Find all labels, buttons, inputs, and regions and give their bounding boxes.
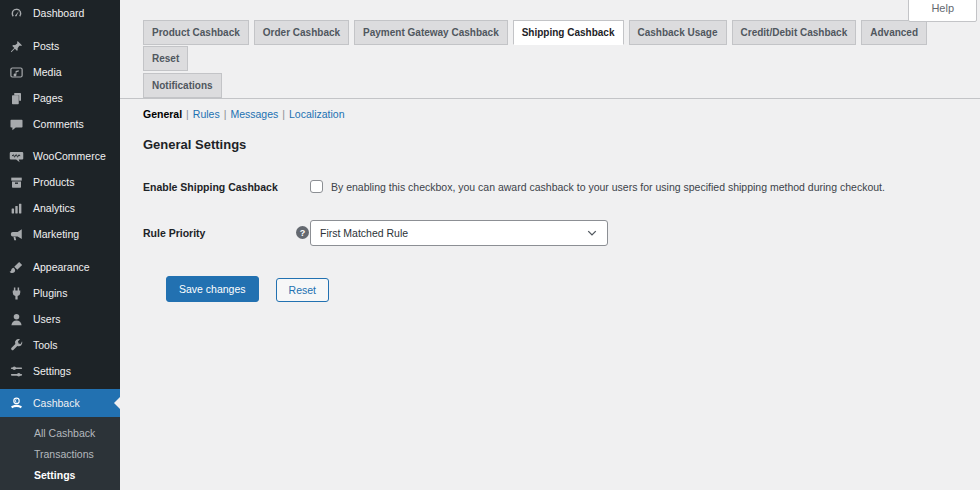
wrench-icon [9, 338, 24, 353]
subnav-separator: | [224, 108, 227, 120]
select-value: First Matched Rule [320, 227, 408, 239]
section-subnav: General|Rules|Messages|Localization [143, 108, 980, 120]
subnav-link-rules[interactable]: Rules [193, 108, 220, 120]
sidebar-item-label: Dashboard [33, 7, 84, 19]
tab-reset[interactable]: Reset [143, 46, 188, 71]
sidebar-item-label: Marketing [33, 228, 79, 240]
sidebar-item-cashback[interactable]: Cashback [0, 389, 120, 417]
help-slot: ? [296, 226, 310, 239]
comment-bubble-icon [9, 117, 24, 132]
subnav-separator: | [282, 108, 285, 120]
submenu-item-settings[interactable]: Settings [0, 465, 120, 486]
dashboard-icon [9, 6, 24, 21]
save-changes-button[interactable]: Save changes [166, 276, 259, 302]
sidebar-item-label: Posts [33, 40, 59, 52]
sidebar-item-pages[interactable]: Pages [0, 85, 120, 111]
woocommerce-icon [9, 149, 24, 164]
sidebar-item-tools[interactable]: Tools [0, 332, 120, 358]
general-settings-form: Enable Shipping Cashback By enabling thi… [143, 180, 980, 302]
tab-order-cashback[interactable]: Order Cashback [254, 20, 349, 45]
submenu-item-all-cashback[interactable]: All Cashback [0, 423, 120, 444]
enable-shipping-cashback-checkbox[interactable] [310, 180, 323, 193]
bar-chart-icon [9, 201, 24, 216]
subnav-separator: | [186, 108, 189, 120]
menu-group-dashboard: Dashboard [0, 0, 120, 26]
sidebar-item-analytics[interactable]: Analytics [0, 195, 120, 221]
sidebar-item-users[interactable]: Users [0, 306, 120, 332]
admin-sidebar: Dashboard Posts Media Pages Comments [0, 0, 120, 490]
sidebar-item-comments[interactable]: Comments [0, 111, 120, 137]
tab-product-cashback[interactable]: Product Cashback [143, 20, 249, 45]
subnav-link-general[interactable]: General [143, 108, 182, 120]
tab-payment-gateway-cashback[interactable]: Payment Gateway Cashback [354, 20, 508, 45]
media-icon [9, 65, 24, 80]
tab-advanced[interactable]: Advanced [861, 20, 927, 45]
menu-group-cashback: Cashback All Cashback Transactions Setti… [0, 389, 120, 490]
sidebar-item-dashboard[interactable]: Dashboard [0, 0, 120, 26]
sidebar-item-label: Plugins [33, 287, 67, 299]
sidebar-item-media[interactable]: Media [0, 59, 120, 85]
sidebar-item-label: Settings [33, 365, 71, 377]
sidebar-item-woocommerce[interactable]: WooCommerce [0, 143, 120, 169]
sidebar-item-marketing[interactable]: Marketing [0, 221, 120, 247]
menu-group-content: Posts Media Pages Comments [0, 33, 120, 137]
tab-notifications[interactable]: Notifications [143, 73, 222, 98]
tab-credit-debit-cashback[interactable]: Credit/Debit Cashback [732, 20, 857, 45]
sidebar-item-label: WooCommerce [33, 150, 106, 162]
sidebar-item-products[interactable]: Products [0, 169, 120, 195]
menu-group-site: Appearance Plugins Users Tools Settings [0, 254, 120, 384]
pushpin-icon [9, 39, 24, 54]
sidebar-item-label: Tools [33, 339, 58, 351]
sidebar-item-posts[interactable]: Posts [0, 33, 120, 59]
chevron-down-icon [586, 227, 598, 239]
field-label: Enable Shipping Cashback [143, 180, 296, 193]
settings-tab-bar: Product Cashback Order Cashback Payment … [120, 0, 980, 99]
cashback-submenu: All Cashback Transactions Settings [0, 417, 120, 490]
sidebar-item-label: Comments [33, 118, 84, 130]
subnav-link-localization[interactable]: Localization [289, 108, 344, 120]
main-content: Help Product Cashback Order Cashback Pay… [120, 0, 980, 490]
sliders-icon [9, 364, 24, 379]
reset-button[interactable]: Reset [276, 278, 329, 302]
sidebar-item-label: Appearance [33, 261, 90, 273]
products-box-icon [9, 175, 24, 190]
rule-priority-row: Rule Priority ? First Matched Rule [143, 220, 980, 246]
tab-shipping-cashback[interactable]: Shipping Cashback [513, 20, 624, 45]
enable-shipping-cashback-row: Enable Shipping Cashback By enabling thi… [143, 180, 980, 195]
sidebar-item-appearance[interactable]: Appearance [0, 254, 120, 280]
rule-priority-select[interactable]: First Matched Rule [310, 220, 608, 246]
field-label: Rule Priority [143, 226, 296, 239]
sidebar-item-settings[interactable]: Settings [0, 358, 120, 384]
paintbrush-icon [9, 260, 24, 275]
checkbox-field: By enabling this checkbox, you can award… [310, 180, 885, 195]
pages-icon [9, 91, 24, 106]
plug-icon [9, 286, 24, 301]
form-actions: Save changes Reset [166, 276, 980, 302]
sidebar-item-label: Users [33, 313, 60, 325]
sidebar-item-label: Media [33, 66, 62, 78]
subnav-link-messages[interactable]: Messages [230, 108, 278, 120]
help-tab-button[interactable]: Help [908, 0, 977, 22]
sidebar-item-label: Products [33, 176, 74, 188]
sidebar-item-label: Cashback [33, 397, 80, 409]
user-icon [9, 312, 24, 327]
cashback-coin-hand-icon [9, 396, 24, 411]
tab-cashback-usage[interactable]: Cashback Usage [629, 20, 727, 45]
page-title: General Settings [143, 137, 980, 152]
sidebar-item-label: Analytics [33, 202, 75, 214]
help-icon[interactable]: ? [296, 226, 309, 239]
field-description: By enabling this checkbox, you can award… [331, 180, 885, 195]
submenu-item-transactions[interactable]: Transactions [0, 444, 120, 465]
sidebar-item-plugins[interactable]: Plugins [0, 280, 120, 306]
megaphone-icon [9, 227, 24, 242]
sidebar-item-label: Pages [33, 92, 63, 104]
menu-group-woocommerce: WooCommerce Products Analytics Marketing [0, 143, 120, 247]
